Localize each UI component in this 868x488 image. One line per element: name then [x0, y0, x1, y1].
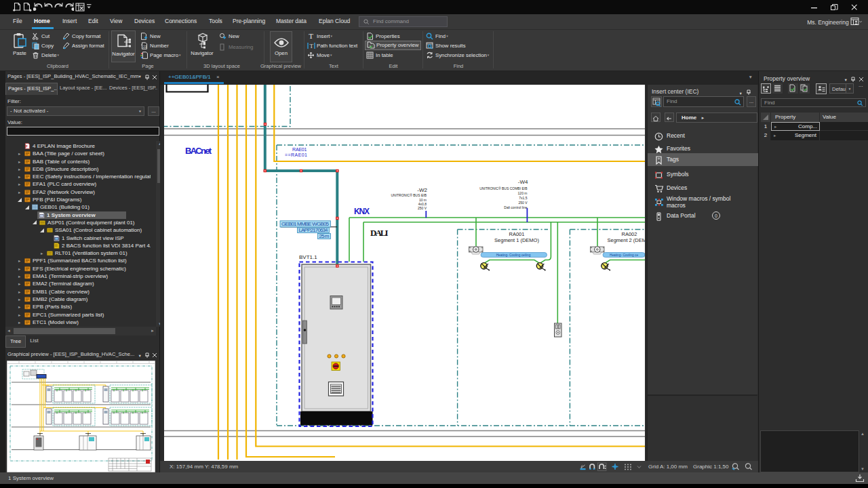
svg-text:-W2: -W2: [417, 187, 427, 193]
svg-text:==RAE01: ==RAE01: [285, 152, 307, 157]
svg-text:Heating- Cooling ceiling: Heating- Cooling ceiling: [496, 253, 531, 257]
svg-text:LAPP.2170634: LAPP.2170634: [299, 227, 329, 233]
svg-text:-W4: -W4: [518, 179, 528, 185]
svg-text:UNITRONIC® BUS COMBI EIB: UNITRONIC® BUS COMBI EIB: [479, 186, 528, 190]
svg-text:BVT1.1: BVT1.1: [299, 254, 317, 260]
svg-text:BACnet: BACnet: [185, 146, 212, 156]
svg-text:250 V: 250 V: [518, 201, 528, 205]
svg-text:10 m: 10 m: [419, 198, 427, 202]
svg-text:UNITRONIC® BUS EIB: UNITRONIC® BUS EIB: [391, 193, 427, 197]
svg-text:T: T: [310, 42, 314, 49]
svg-text:250 V: 250 V: [418, 206, 427, 210]
svg-text:Segment 1 (DEMO): Segment 1 (DEMO): [494, 237, 539, 243]
svg-text:P: P: [26, 145, 28, 148]
svg-text:RA001: RA001: [509, 231, 525, 237]
svg-text:DALI: DALI: [370, 228, 389, 238]
svg-text:Segment 2 (DEM: Segment 2 (DEM: [608, 237, 646, 243]
svg-text:120 m: 120 m: [518, 191, 528, 195]
svg-text:4x0,8: 4x0,8: [418, 202, 427, 206]
svg-text:Heating- Cooling ce: Heating- Cooling ce: [610, 253, 638, 257]
svg-text:KNX: KNX: [354, 207, 370, 216]
svg-text:RAE01: RAE01: [292, 147, 307, 152]
svg-text:25 m: 25 m: [319, 233, 330, 239]
svg-text:7x1,5: 7x1,5: [519, 196, 527, 200]
svg-text:GEB01 MMBE WGB05: GEB01 MMBE WGB05: [281, 221, 330, 227]
svg-text:Dali control line: Dali control line: [504, 205, 527, 209]
svg-text:RA002: RA002: [622, 231, 637, 237]
svg-text:23: 23: [143, 45, 147, 49]
